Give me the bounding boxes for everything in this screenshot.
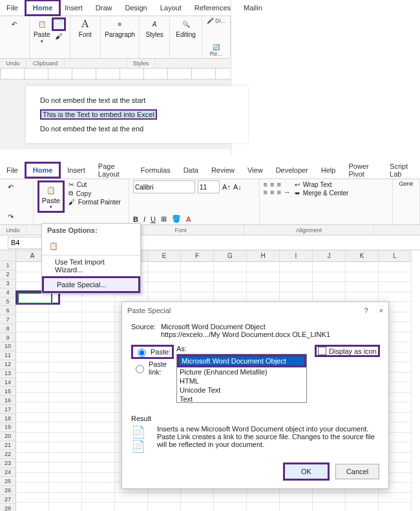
merge-center-button[interactable]: ⬌Merge & Center <box>295 189 349 197</box>
font-name-select[interactable] <box>133 180 195 193</box>
select-all-corner[interactable] <box>0 250 16 261</box>
tab-design[interactable]: Design <box>118 1 153 14</box>
row-header-19[interactable]: 19 <box>0 423 16 432</box>
opt-unicode[interactable]: Unicode Text <box>177 386 306 395</box>
paste-radio[interactable]: Paste: <box>131 345 174 359</box>
tab-insert[interactable]: Insert <box>58 1 89 14</box>
ok-button[interactable]: OK <box>283 462 330 481</box>
align-left-icon[interactable]: ≡ <box>264 188 268 196</box>
tab-references[interactable]: References <box>188 1 237 14</box>
row-header-15[interactable]: 15 <box>0 387 16 396</box>
col-header-L[interactable]: L <box>379 250 412 262</box>
formula-input[interactable] <box>127 237 420 248</box>
xl-tab-view[interactable]: View <box>241 164 269 177</box>
row-header-4[interactable]: 4 <box>0 288 16 298</box>
align-top-icon[interactable]: ≡ <box>264 180 268 188</box>
opt-text[interactable]: Text <box>177 395 306 403</box>
editing-button[interactable]: 🔍 Editing <box>174 17 197 38</box>
xl-tab-data[interactable]: Data <box>177 164 205 177</box>
page[interactable]: Do not embed the text at the start This … <box>26 86 248 143</box>
row-header-18[interactable]: 18 <box>0 414 16 423</box>
display-as-icon-checkbox[interactable]: Display as icon <box>315 345 380 357</box>
row-header-5[interactable]: 5 <box>0 298 16 307</box>
align-center-icon[interactable]: ≡ <box>270 188 274 196</box>
row-header-28[interactable]: 28 <box>0 504 16 511</box>
reuse-icon[interactable]: 🔄 Re... <box>206 44 226 57</box>
tab-layout[interactable]: Layout <box>154 1 188 14</box>
tab-file[interactable]: File <box>0 1 25 14</box>
paste-link-radio[interactable]: Paste link: <box>131 360 174 376</box>
row-header-26[interactable]: 26 <box>0 486 16 495</box>
border-button[interactable]: ⊞ <box>161 215 167 223</box>
row-header-3[interactable]: 3 <box>0 279 16 288</box>
format-painter-button[interactable]: 🖌Format Painter <box>68 198 121 206</box>
copy-icon[interactable]: 📄 <box>52 17 66 31</box>
xl-tab-help[interactable]: Help <box>315 164 342 177</box>
xl-tab-pagelayout[interactable]: Page Layout <box>92 160 134 180</box>
row-header-25[interactable]: 25 <box>0 477 16 486</box>
col-header-J[interactable]: J <box>313 250 346 262</box>
row-header-8[interactable]: 8 <box>0 324 16 333</box>
use-text-import-wizard[interactable]: Use Text Import Wizard... <box>42 256 140 276</box>
tab-home[interactable]: Home <box>25 0 61 16</box>
row-header-23[interactable]: 23 <box>0 459 16 468</box>
align-bottom-icon[interactable]: ≡ <box>277 180 280 188</box>
undo-button[interactable]: ↶ <box>4 17 25 30</box>
row-header-9[interactable]: 9 <box>0 333 16 342</box>
increase-font-icon[interactable]: A↑ <box>222 183 231 191</box>
tab-mailings[interactable]: Mailin <box>237 1 269 14</box>
row-header-24[interactable]: 24 <box>0 468 16 477</box>
row-header-2[interactable]: 2 <box>0 270 16 279</box>
close-button[interactable]: × <box>379 307 383 314</box>
opt-html[interactable]: HTML <box>177 376 306 386</box>
copy-button[interactable]: ⧉Copy <box>68 189 121 198</box>
italic-button[interactable]: I <box>143 215 145 223</box>
cut-button[interactable]: ✂Cut <box>68 180 121 189</box>
xl-tab-powerpivot[interactable]: Power Pivot <box>342 160 383 180</box>
selected-text[interactable]: This is the Text to embed into Excel <box>40 109 157 120</box>
as-listbox[interactable]: Microsoft Word Document Object Picture (… <box>176 354 307 403</box>
row-header-27[interactable]: 27 <box>0 495 16 504</box>
wrap-text-button[interactable]: ↩Wrap Text <box>295 180 349 189</box>
underline-button[interactable]: U <box>151 215 156 223</box>
col-header-K[interactable]: K <box>346 250 379 262</box>
opt-picture[interactable]: Picture (Enhanced Metafile) <box>177 367 306 376</box>
paste-special-item[interactable]: Paste Special... <box>42 276 140 293</box>
decrease-font-icon[interactable]: A↓ <box>233 183 242 191</box>
row-header-13[interactable]: 13 <box>0 369 16 378</box>
xl-paste-button[interactable]: 📋 Paste ▾ <box>37 180 65 213</box>
opt-word-object[interactable]: Microsoft Word Document Object <box>177 354 306 367</box>
fill-color-button[interactable]: 🪣 <box>172 215 181 223</box>
cancel-button[interactable]: Cancel <box>335 464 379 479</box>
row-header-14[interactable]: 14 <box>0 378 16 387</box>
xl-tab-formulas[interactable]: Formulas <box>134 164 177 177</box>
row-header-12[interactable]: 12 <box>0 360 16 369</box>
col-header-G[interactable]: G <box>214 250 247 262</box>
xl-tab-review[interactable]: Review <box>205 164 241 177</box>
indent-icon[interactable]: → <box>284 188 291 196</box>
xl-tab-insert[interactable]: Insert <box>61 164 92 177</box>
col-header-H[interactable]: H <box>247 250 280 262</box>
font-group-button[interactable]: A Font <box>74 17 97 38</box>
col-header-I[interactable]: I <box>280 250 313 262</box>
align-right-icon[interactable]: ≡ <box>277 188 280 196</box>
row-header-10[interactable]: 10 <box>0 342 16 351</box>
col-header-E[interactable]: E <box>148 250 181 262</box>
paste-special-icon[interactable]: 📋 <box>47 239 60 252</box>
xl-tab-file[interactable]: File <box>0 164 25 177</box>
col-header-F[interactable]: F <box>181 250 214 262</box>
row-header-20[interactable]: 20 <box>0 432 16 441</box>
font-size-select[interactable] <box>198 180 220 193</box>
xl-tab-home[interactable]: Home <box>25 162 61 179</box>
row-header-21[interactable]: 21 <box>0 441 16 450</box>
row-header-16[interactable]: 16 <box>0 396 16 405</box>
row-header-1[interactable]: 1 <box>0 261 16 270</box>
align-middle-icon[interactable]: ≡ <box>270 180 274 188</box>
xl-tab-developer[interactable]: Developer <box>269 164 315 177</box>
tab-draw[interactable]: Draw <box>89 1 119 14</box>
help-button[interactable]: ? <box>364 307 368 314</box>
paragraph-button[interactable]: ≡ Paragraph <box>105 17 135 38</box>
row-header-17[interactable]: 17 <box>0 405 16 414</box>
word-paste-button[interactable]: 📋 Paste ▾ <box>34 17 50 44</box>
xl-redo-icon[interactable]: ↷ <box>4 210 17 223</box>
